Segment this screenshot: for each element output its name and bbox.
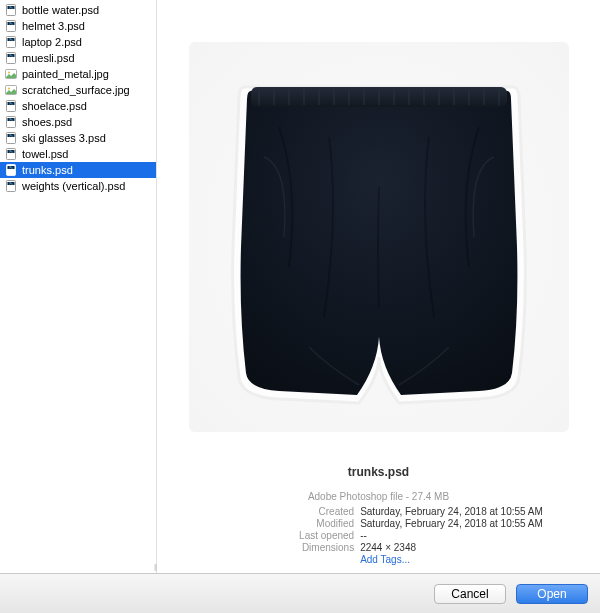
file-item-label: bottle water.psd	[22, 4, 99, 16]
preview-image	[189, 42, 569, 432]
psd-file-icon: Ps	[4, 19, 18, 33]
file-list-column[interactable]: Psbottle water.psdPshelmet 3.psdPslaptop…	[0, 0, 157, 573]
preview-metadata: trunks.psd Adobe Photoshop file - 27.4 M…	[175, 465, 582, 565]
svg-text:Ps: Ps	[9, 102, 13, 106]
file-item-label: scratched_surface.jpg	[22, 84, 130, 96]
meta-label-modified: Modified	[214, 518, 354, 529]
file-item-label: painted_metal.jpg	[22, 68, 109, 80]
image-file-icon	[4, 83, 18, 97]
psd-file-icon: Ps	[4, 99, 18, 113]
file-item[interactable]: Psshoelace.psd	[0, 98, 156, 114]
svg-text:Ps: Ps	[9, 118, 13, 122]
image-file-icon	[4, 67, 18, 81]
file-item[interactable]: Pshelmet 3.psd	[0, 18, 156, 34]
preview-meta-grid: Created Saturday, February 24, 2018 at 1…	[175, 506, 582, 565]
file-item-label: laptop 2.psd	[22, 36, 82, 48]
file-item-label: shoelace.psd	[22, 100, 87, 112]
psd-file-icon: Ps	[4, 147, 18, 161]
psd-file-icon: Ps	[4, 163, 18, 177]
file-item[interactable]: Psbottle water.psd	[0, 2, 156, 18]
meta-value-modified: Saturday, February 24, 2018 at 10:55 AM	[360, 518, 543, 529]
dialog-footer: Cancel Open	[0, 573, 600, 613]
file-item[interactable]: Psshoes.psd	[0, 114, 156, 130]
psd-file-icon: Ps	[4, 3, 18, 17]
svg-text:Ps: Ps	[9, 54, 13, 58]
file-item-label: ski glasses 3.psd	[22, 132, 106, 144]
svg-text:Ps: Ps	[9, 150, 13, 154]
svg-text:Ps: Ps	[9, 166, 13, 170]
svg-text:Ps: Ps	[9, 38, 13, 42]
file-item-label: trunks.psd	[22, 164, 73, 176]
psd-file-icon: Ps	[4, 179, 18, 193]
add-tags-link[interactable]: Add Tags...	[360, 554, 543, 565]
psd-file-icon: Ps	[4, 35, 18, 49]
column-resize-handle[interactable]: ||	[154, 562, 156, 571]
psd-file-icon: Ps	[4, 115, 18, 129]
open-button[interactable]: Open	[516, 584, 588, 604]
meta-label-dimensions: Dimensions	[214, 542, 354, 553]
cancel-button-label: Cancel	[451, 587, 488, 601]
meta-value-last-opened: --	[360, 530, 543, 541]
file-item[interactable]: scratched_surface.jpg	[0, 82, 156, 98]
meta-value-created: Saturday, February 24, 2018 at 10:55 AM	[360, 506, 543, 517]
cancel-button[interactable]: Cancel	[434, 584, 506, 604]
preview-image-wrap	[175, 18, 582, 455]
file-item[interactable]: painted_metal.jpg	[0, 66, 156, 82]
preview-kind-size: Adobe Photoshop file - 27.4 MB	[175, 491, 582, 502]
open-button-label: Open	[537, 587, 566, 601]
file-item-label: towel.psd	[22, 148, 68, 160]
file-item[interactable]: Pstowel.psd	[0, 146, 156, 162]
file-item-label: muesli.psd	[22, 52, 75, 64]
svg-text:Ps: Ps	[9, 182, 13, 186]
svg-text:Ps: Ps	[9, 6, 13, 10]
file-item[interactable]: Psweights (vertical).psd	[0, 178, 156, 194]
psd-file-icon: Ps	[4, 51, 18, 65]
meta-label-created: Created	[214, 506, 354, 517]
psd-file-icon: Ps	[4, 131, 18, 145]
dialog-body: Psbottle water.psdPshelmet 3.psdPslaptop…	[0, 0, 600, 573]
meta-value-dimensions: 2244 × 2348	[360, 542, 543, 553]
svg-text:Ps: Ps	[9, 22, 13, 26]
file-item-label: shoes.psd	[22, 116, 72, 128]
file-item[interactable]: Psski glasses 3.psd	[0, 130, 156, 146]
file-item[interactable]: Pslaptop 2.psd	[0, 34, 156, 50]
file-item[interactable]: Psmuesli.psd	[0, 50, 156, 66]
file-item-label: helmet 3.psd	[22, 20, 85, 32]
svg-text:Ps: Ps	[9, 134, 13, 138]
svg-point-13	[8, 72, 10, 74]
meta-label-last-opened: Last opened	[214, 530, 354, 541]
preview-pane: trunks.psd Adobe Photoshop file - 27.4 M…	[157, 0, 600, 573]
file-item[interactable]: Pstrunks.psd	[0, 162, 156, 178]
preview-filename: trunks.psd	[175, 465, 582, 479]
file-item-label: weights (vertical).psd	[22, 180, 125, 192]
preview-thumbnail	[219, 67, 539, 407]
svg-point-15	[8, 88, 10, 90]
